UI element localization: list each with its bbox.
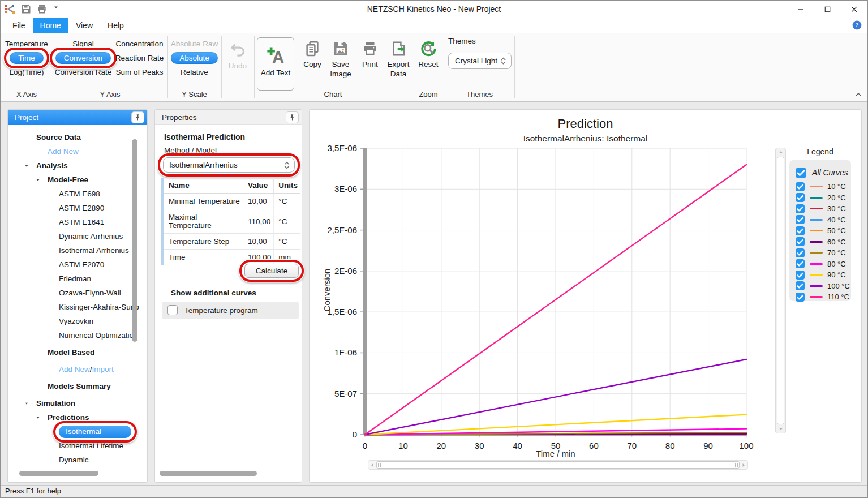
all-curves-checkbox[interactable] [796, 168, 806, 178]
concentration-button[interactable]: Concentration [113, 37, 166, 51]
tree-item-add-new[interactable]: Add New [8, 144, 147, 158]
calculate-button[interactable]: Calculate [244, 264, 299, 278]
tree-item-model-based[interactable]: Model Based [8, 345, 147, 359]
table-row[interactable]: Maximal Temperature110,00°C [164, 209, 300, 234]
tree-item-astm-e1641[interactable]: ASTM E1641 [8, 215, 147, 229]
spinner-icon[interactable] [281, 160, 293, 171]
scroll-left-icon[interactable] [368, 461, 376, 469]
legend-checkbox[interactable] [796, 281, 805, 290]
tree-item-label: Simulation [36, 399, 75, 407]
pin-icon[interactable] [286, 111, 299, 123]
conversion-pill[interactable]: Conversion [55, 52, 111, 64]
tree-item-model-free[interactable]: Model-Free [8, 173, 147, 187]
print-button[interactable]: Print [356, 40, 384, 69]
undo-button[interactable]: Undo [221, 39, 254, 70]
legend-checkbox[interactable] [796, 248, 805, 257]
tree-expand-icon[interactable] [24, 163, 36, 169]
param-value[interactable]: 100,00 [243, 250, 273, 265]
legend-checkbox[interactable] [796, 204, 805, 213]
tree-item-dynamic-arrhenius[interactable]: Dynamic Arrhenius [8, 229, 147, 243]
link-add-new[interactable]: Add New [59, 365, 90, 374]
table-row[interactable]: Time100,00min [164, 250, 300, 265]
tree-expand-icon[interactable] [35, 177, 48, 183]
tab-home[interactable]: Home [33, 18, 68, 33]
relative-button[interactable]: Relative [167, 65, 221, 79]
project-panel-header: Project [8, 110, 147, 125]
table-row[interactable]: Minimal Temperature10,00°C [164, 194, 300, 209]
scroll-down-icon[interactable] [776, 425, 785, 433]
chart-horizontal-scrollbar[interactable] [368, 460, 748, 470]
legend-checkbox[interactable] [796, 193, 805, 202]
tab-view[interactable]: View [68, 18, 100, 33]
chart-vertical-scrollbar[interactable] [775, 148, 786, 433]
maximize-button[interactable] [814, 1, 841, 18]
reaction-rate-button[interactable]: Reaction Rate [113, 51, 166, 65]
tree-item-simulation[interactable]: Simulation [8, 396, 147, 410]
collapse-ribbon-icon[interactable] [854, 91, 863, 98]
tab-file[interactable]: File [5, 18, 33, 33]
properties-horizontal-scrollbar[interactable] [160, 471, 257, 476]
export-data-button[interactable]: ExportData [384, 40, 412, 79]
time-button[interactable]: Time [1, 51, 53, 65]
param-value[interactable]: 110,00 [243, 209, 273, 234]
tree-item-astm-e2890[interactable]: ASTM E2890 [8, 201, 147, 215]
time-pill[interactable]: Time [10, 52, 44, 64]
legend-checkbox[interactable] [796, 259, 805, 268]
legend-checkbox[interactable] [796, 237, 805, 246]
project-horizontal-scrollbar[interactable] [19, 471, 98, 476]
copy-button[interactable]: Copy [298, 40, 326, 69]
help-icon[interactable]: ? [852, 20, 862, 31]
conversion-rate-button[interactable]: Conversion Rate [54, 65, 113, 79]
legend-checkbox[interactable] [796, 271, 805, 280]
param-value[interactable]: 10,00 [243, 234, 273, 250]
legend-checkbox[interactable] [796, 182, 805, 191]
tree-item-kissinger-akahira-suno[interactable]: Kissinger-Akahira-Suno [8, 300, 147, 314]
tree-item-isothermal-arrhenius[interactable]: Isothermal Arrhenius [8, 243, 147, 257]
tree-item-numerical-optimizatior[interactable]: Numerical Optimizatior [8, 328, 147, 342]
temperature-program-checkbox[interactable] [167, 305, 178, 315]
tree-item-ozawa-flynn-wall[interactable]: Ozawa-Flynn-Wall [8, 286, 147, 300]
tree-item-astm-e2070[interactable]: ASTM E2070 [8, 257, 147, 272]
scroll-right-icon[interactable] [740, 461, 747, 469]
sum-of-peaks-button[interactable]: Sum of Peaks [113, 65, 166, 79]
project-vertical-scrollbar[interactable] [132, 139, 137, 342]
tree-item-friedman[interactable]: Friedman [8, 272, 147, 286]
method-model-dropdown[interactable]: IsothermalArrhenius [163, 157, 295, 173]
tree-item-add-new-import[interactable]: Add New / Import [8, 362, 147, 376]
tree-item-dynamic[interactable]: Dynamic [8, 453, 147, 467]
close-button[interactable] [841, 1, 867, 18]
log-time-button[interactable]: Log(Time) [1, 65, 53, 79]
undo-label: Undo [221, 62, 254, 70]
spinner-icon[interactable] [498, 55, 509, 66]
tree-item-source-data[interactable]: Source Data [8, 130, 147, 144]
legend-checkbox[interactable] [796, 293, 805, 302]
table-row[interactable]: Temperature Step10,00°C [164, 234, 300, 250]
themes-combobox[interactable]: Crystal Light [448, 53, 512, 69]
tree-item-models-summary[interactable]: Models Summary [8, 379, 147, 393]
tree-expand-icon[interactable] [35, 415, 48, 420]
legend-checkbox[interactable] [796, 226, 805, 235]
pin-icon[interactable] [131, 111, 144, 123]
tree-expand-icon[interactable] [24, 401, 36, 406]
param-value[interactable]: 10,00 [243, 194, 273, 209]
tree-item-analysis[interactable]: Analysis [8, 158, 147, 173]
absolute-pill[interactable]: Absolute [171, 52, 218, 64]
absolute-button[interactable]: Absolute [167, 51, 221, 65]
tree-item-selected-pill[interactable]: Isothermal [59, 426, 131, 438]
tree-item-predictions[interactable]: Predictions [8, 410, 147, 424]
tree-item-isothermal[interactable]: Isothermal [8, 424, 147, 439]
signal-button[interactable]: Signal [54, 37, 113, 51]
tree-item-vyazovkin[interactable]: Vyazovkin [8, 314, 147, 328]
tree-item-astm-e698[interactable]: ASTM E698 [8, 187, 147, 201]
temperature-button[interactable]: Temperature [1, 37, 53, 51]
tree-item-isothermal-lifetime[interactable]: Isothermal Lifetime [8, 439, 147, 453]
scroll-up-icon[interactable] [776, 148, 785, 156]
conversion-button[interactable]: Conversion [54, 51, 113, 65]
add-text-button[interactable]: A Add Text [257, 37, 294, 91]
link-import[interactable]: Import [92, 365, 114, 374]
reset-zoom-button[interactable]: Reset [413, 40, 444, 69]
minimize-button[interactable] [788, 1, 814, 18]
tab-help[interactable]: Help [100, 18, 131, 33]
save-image-button[interactable]: SaveImage [326, 40, 355, 79]
legend-checkbox[interactable] [796, 215, 805, 224]
